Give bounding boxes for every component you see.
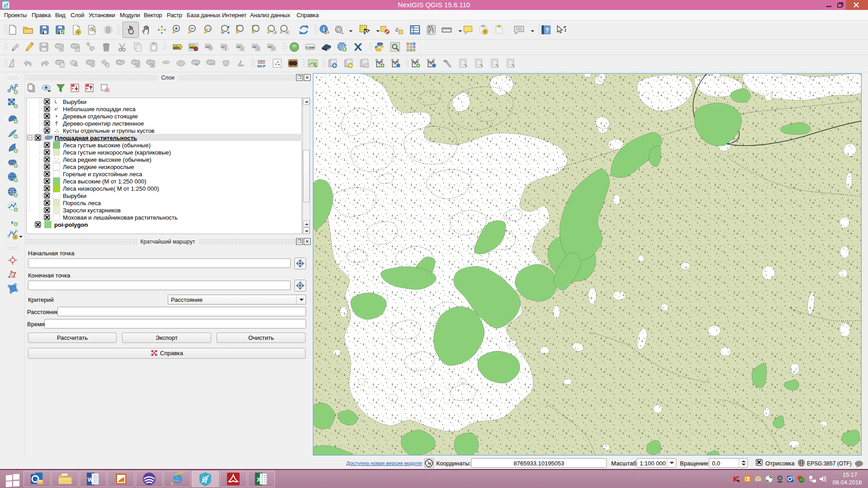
svg-text:CSV: CSV <box>258 59 265 63</box>
svg-text:i: i <box>323 26 325 33</box>
svg-text:?: ? <box>545 26 549 34</box>
svg-text:,: , <box>11 216 14 225</box>
svg-text:X: X <box>257 476 261 483</box>
svg-text:W: W <box>88 476 94 483</box>
svg-text:SH.P: SH.P <box>257 64 266 68</box>
svg-text:CSW: CSW <box>306 46 315 50</box>
svg-text:1:1: 1:1 <box>206 27 210 30</box>
svg-text:?: ? <box>563 25 566 33</box>
svg-text:abc: abc <box>173 45 180 50</box>
svg-text:ε: ε <box>396 25 399 33</box>
